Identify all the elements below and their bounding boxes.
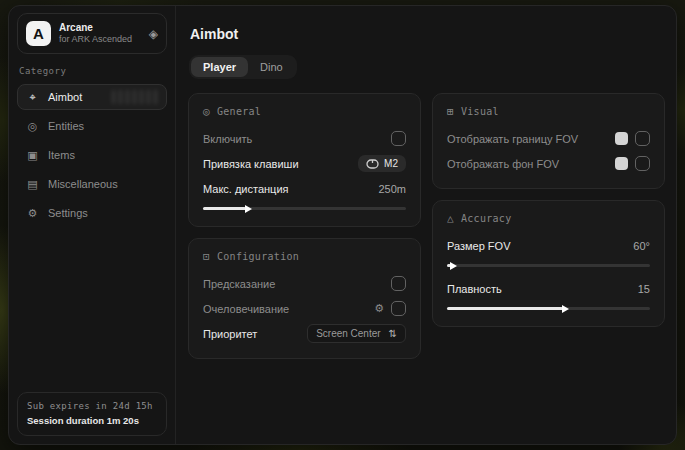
fov-border-color-swatch[interactable] xyxy=(615,132,628,145)
slider-thumb[interactable] xyxy=(245,205,252,213)
accuracy-icon: △ xyxy=(447,212,454,225)
sidebar: A Arcane for ARK Ascended ◈ Category ⌖ A… xyxy=(9,6,176,444)
priority-label: Приоритет xyxy=(203,328,257,340)
session-duration-text: Session duration 1m 20s xyxy=(27,414,157,428)
sidebar-item-miscellaneous[interactable]: ▤ Miscellaneous xyxy=(17,171,167,197)
fov-background-color-swatch[interactable] xyxy=(615,157,628,170)
priority-select[interactable]: Screen Center ⇅ xyxy=(307,324,406,343)
max-distance-slider[interactable] xyxy=(203,204,406,213)
mouse-icon xyxy=(366,159,379,169)
tab-dino[interactable]: Dino xyxy=(248,57,295,77)
slider-thumb[interactable] xyxy=(450,262,457,270)
fov-background-label: Отображать фон FOV xyxy=(447,158,559,170)
enable-checkbox[interactable] xyxy=(391,131,406,146)
page-title: Aimbot xyxy=(190,26,665,42)
select-arrows-icon: ⇅ xyxy=(389,328,397,339)
smoothness-label: Плавность xyxy=(447,283,502,295)
sidebar-item-label: Aimbot xyxy=(48,91,82,103)
subscription-card: Sub expires in 24d 15h Session duration … xyxy=(17,392,167,436)
sidebar-item-label: Miscellaneous xyxy=(48,178,118,190)
smoothness-value: 15 xyxy=(638,283,650,295)
panel-title: General xyxy=(217,106,261,117)
fov-background-checkbox[interactable] xyxy=(635,156,650,171)
visual-icon: ⊞ xyxy=(447,105,454,118)
fov-border-checkbox[interactable] xyxy=(635,131,650,146)
sub-expires-text: Sub expires in 24d 15h xyxy=(27,400,157,414)
cheat-menu-window: A Arcane for ARK Ascended ◈ Category ⌖ A… xyxy=(8,5,677,445)
items-icon: ▣ xyxy=(26,149,39,162)
target-icon[interactable]: ◈ xyxy=(149,27,158,41)
brand-name: Arcane xyxy=(59,22,141,35)
keybind-label: Привязка клавиши xyxy=(203,158,299,170)
max-distance-label: Макс. дистанция xyxy=(203,183,289,195)
panel-title: Configuration xyxy=(217,251,299,262)
panel-general: ◎ General Включить Привязка клавиши xyxy=(188,93,421,227)
prediction-label: Предсказание xyxy=(203,278,275,290)
panel-title: Visual xyxy=(461,106,499,117)
prediction-checkbox[interactable] xyxy=(391,276,406,291)
fov-border-label: Отображать границу FOV xyxy=(447,133,578,145)
keybind-button[interactable]: M2 xyxy=(358,155,406,172)
max-distance-value: 250m xyxy=(378,183,406,195)
sidebar-item-label: Settings xyxy=(48,207,88,219)
panel-configuration: ⊡ Configuration Предсказание Очеловечива… xyxy=(188,238,421,359)
priority-value: Screen Center xyxy=(316,328,380,339)
crosshair-icon: ⌖ xyxy=(26,91,39,104)
fov-size-label: Размер FOV xyxy=(447,240,510,252)
tab-player[interactable]: Player xyxy=(191,57,248,77)
sidebar-item-label: Items xyxy=(48,149,75,161)
sidebar-item-settings[interactable]: ⚙ Settings xyxy=(17,200,167,226)
brand-subtitle: for ARK Ascended xyxy=(59,34,141,45)
configuration-icon: ⊡ xyxy=(203,250,210,263)
brand-logo: A xyxy=(26,21,51,46)
main-content: Aimbot Player Dino ◎ General Включить xyxy=(176,6,677,444)
sidebar-item-items[interactable]: ▣ Items xyxy=(17,142,167,168)
general-icon: ◎ xyxy=(203,105,210,118)
tab-bar: Player Dino xyxy=(189,55,297,79)
entities-icon: ◎ xyxy=(26,120,39,133)
gear-icon: ⚙ xyxy=(26,207,39,220)
enable-label: Включить xyxy=(203,133,252,145)
category-nav: ⌖ Aimbot ◎ Entities ▣ Items ▤ Miscellane… xyxy=(17,84,167,226)
panel-title: Accuracy xyxy=(461,213,512,224)
panel-visual: ⊞ Visual Отображать границу FOV Отобража… xyxy=(432,93,665,189)
keybind-value: M2 xyxy=(384,158,398,169)
fov-size-slider[interactable] xyxy=(447,261,650,270)
category-label: Category xyxy=(19,66,165,76)
watermark xyxy=(112,90,160,104)
humanize-checkbox[interactable] xyxy=(391,301,406,316)
fov-size-value: 60° xyxy=(633,240,650,252)
humanize-settings-icon[interactable]: ⚙ xyxy=(374,302,384,315)
sidebar-item-label: Entities xyxy=(48,120,84,132)
sidebar-item-entities[interactable]: ◎ Entities xyxy=(17,113,167,139)
sidebar-item-aimbot[interactable]: ⌖ Aimbot xyxy=(17,84,167,110)
humanize-label: Очеловечивание xyxy=(203,303,289,315)
slider-thumb[interactable] xyxy=(562,305,569,313)
brand-card: A Arcane for ARK Ascended ◈ xyxy=(17,13,167,54)
panel-accuracy: △ Accuracy Размер FOV 60° Плавно xyxy=(432,200,665,327)
miscellaneous-icon: ▤ xyxy=(26,178,39,191)
smoothness-slider[interactable] xyxy=(447,304,650,313)
